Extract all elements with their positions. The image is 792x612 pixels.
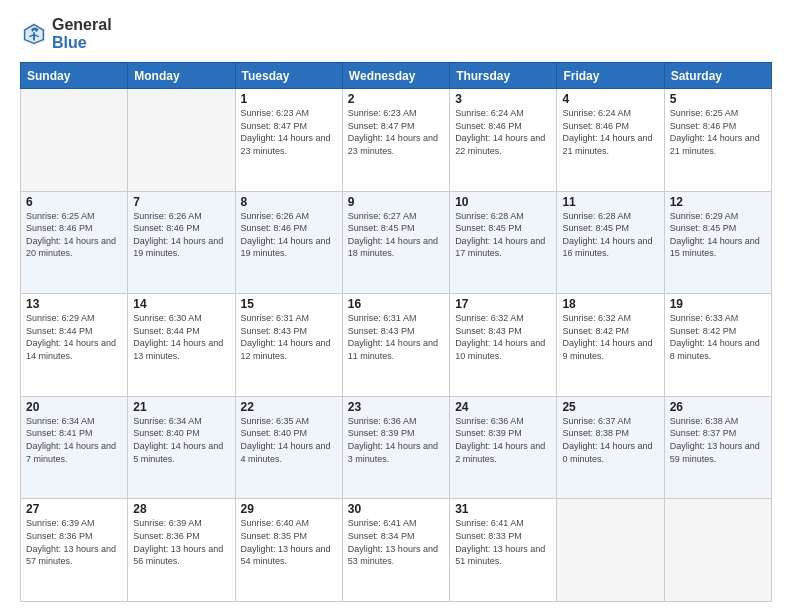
calendar-cell: 6Sunrise: 6:25 AM Sunset: 8:46 PM Daylig…: [21, 191, 128, 294]
calendar-day-header: Sunday: [21, 63, 128, 89]
day-number: 3: [455, 92, 551, 106]
day-number: 12: [670, 195, 766, 209]
calendar-cell: 14Sunrise: 6:30 AM Sunset: 8:44 PM Dayli…: [128, 294, 235, 397]
day-info: Sunrise: 6:25 AM Sunset: 8:46 PM Dayligh…: [670, 107, 766, 157]
day-number: 17: [455, 297, 551, 311]
calendar-cell: 13Sunrise: 6:29 AM Sunset: 8:44 PM Dayli…: [21, 294, 128, 397]
day-number: 20: [26, 400, 122, 414]
calendar-cell: 4Sunrise: 6:24 AM Sunset: 8:46 PM Daylig…: [557, 89, 664, 192]
calendar-cell: 21Sunrise: 6:34 AM Sunset: 8:40 PM Dayli…: [128, 396, 235, 499]
calendar-cell: 29Sunrise: 6:40 AM Sunset: 8:35 PM Dayli…: [235, 499, 342, 602]
day-number: 31: [455, 502, 551, 516]
day-info: Sunrise: 6:33 AM Sunset: 8:42 PM Dayligh…: [670, 312, 766, 362]
calendar-cell: 8Sunrise: 6:26 AM Sunset: 8:46 PM Daylig…: [235, 191, 342, 294]
day-info: Sunrise: 6:41 AM Sunset: 8:34 PM Dayligh…: [348, 517, 444, 567]
day-info: Sunrise: 6:27 AM Sunset: 8:45 PM Dayligh…: [348, 210, 444, 260]
day-info: Sunrise: 6:36 AM Sunset: 8:39 PM Dayligh…: [348, 415, 444, 465]
calendar-cell: [557, 499, 664, 602]
day-info: Sunrise: 6:39 AM Sunset: 8:36 PM Dayligh…: [26, 517, 122, 567]
day-number: 14: [133, 297, 229, 311]
calendar-cell: 10Sunrise: 6:28 AM Sunset: 8:45 PM Dayli…: [450, 191, 557, 294]
calendar-week-row: 6Sunrise: 6:25 AM Sunset: 8:46 PM Daylig…: [21, 191, 772, 294]
calendar-cell: 20Sunrise: 6:34 AM Sunset: 8:41 PM Dayli…: [21, 396, 128, 499]
calendar-cell: 19Sunrise: 6:33 AM Sunset: 8:42 PM Dayli…: [664, 294, 771, 397]
day-number: 13: [26, 297, 122, 311]
calendar-cell: 22Sunrise: 6:35 AM Sunset: 8:40 PM Dayli…: [235, 396, 342, 499]
calendar-cell: [21, 89, 128, 192]
day-number: 5: [670, 92, 766, 106]
calendar-day-header: Tuesday: [235, 63, 342, 89]
day-number: 29: [241, 502, 337, 516]
day-info: Sunrise: 6:26 AM Sunset: 8:46 PM Dayligh…: [241, 210, 337, 260]
day-info: Sunrise: 6:34 AM Sunset: 8:41 PM Dayligh…: [26, 415, 122, 465]
day-number: 24: [455, 400, 551, 414]
day-info: Sunrise: 6:39 AM Sunset: 8:36 PM Dayligh…: [133, 517, 229, 567]
calendar-cell: 7Sunrise: 6:26 AM Sunset: 8:46 PM Daylig…: [128, 191, 235, 294]
day-info: Sunrise: 6:29 AM Sunset: 8:45 PM Dayligh…: [670, 210, 766, 260]
day-number: 16: [348, 297, 444, 311]
day-info: Sunrise: 6:23 AM Sunset: 8:47 PM Dayligh…: [241, 107, 337, 157]
day-info: Sunrise: 6:31 AM Sunset: 8:43 PM Dayligh…: [241, 312, 337, 362]
day-number: 30: [348, 502, 444, 516]
day-info: Sunrise: 6:23 AM Sunset: 8:47 PM Dayligh…: [348, 107, 444, 157]
calendar-cell: 30Sunrise: 6:41 AM Sunset: 8:34 PM Dayli…: [342, 499, 449, 602]
day-number: 15: [241, 297, 337, 311]
day-number: 2: [348, 92, 444, 106]
calendar-cell: 25Sunrise: 6:37 AM Sunset: 8:38 PM Dayli…: [557, 396, 664, 499]
day-info: Sunrise: 6:29 AM Sunset: 8:44 PM Dayligh…: [26, 312, 122, 362]
calendar-day-header: Thursday: [450, 63, 557, 89]
day-info: Sunrise: 6:37 AM Sunset: 8:38 PM Dayligh…: [562, 415, 658, 465]
calendar-cell: 23Sunrise: 6:36 AM Sunset: 8:39 PM Dayli…: [342, 396, 449, 499]
calendar-cell: 15Sunrise: 6:31 AM Sunset: 8:43 PM Dayli…: [235, 294, 342, 397]
day-number: 26: [670, 400, 766, 414]
calendar-week-row: 1Sunrise: 6:23 AM Sunset: 8:47 PM Daylig…: [21, 89, 772, 192]
calendar-cell: 9Sunrise: 6:27 AM Sunset: 8:45 PM Daylig…: [342, 191, 449, 294]
day-info: Sunrise: 6:28 AM Sunset: 8:45 PM Dayligh…: [562, 210, 658, 260]
logo-text: General Blue: [52, 16, 112, 52]
day-number: 22: [241, 400, 337, 414]
day-number: 8: [241, 195, 337, 209]
day-info: Sunrise: 6:32 AM Sunset: 8:43 PM Dayligh…: [455, 312, 551, 362]
day-number: 9: [348, 195, 444, 209]
calendar-header-row: SundayMondayTuesdayWednesdayThursdayFrid…: [21, 63, 772, 89]
calendar-cell: 17Sunrise: 6:32 AM Sunset: 8:43 PM Dayli…: [450, 294, 557, 397]
calendar-table: SundayMondayTuesdayWednesdayThursdayFrid…: [20, 62, 772, 602]
calendar-cell: 26Sunrise: 6:38 AM Sunset: 8:37 PM Dayli…: [664, 396, 771, 499]
calendar-week-row: 13Sunrise: 6:29 AM Sunset: 8:44 PM Dayli…: [21, 294, 772, 397]
calendar-day-header: Monday: [128, 63, 235, 89]
day-info: Sunrise: 6:36 AM Sunset: 8:39 PM Dayligh…: [455, 415, 551, 465]
calendar-cell: 31Sunrise: 6:41 AM Sunset: 8:33 PM Dayli…: [450, 499, 557, 602]
day-number: 11: [562, 195, 658, 209]
day-info: Sunrise: 6:41 AM Sunset: 8:33 PM Dayligh…: [455, 517, 551, 567]
calendar-week-row: 27Sunrise: 6:39 AM Sunset: 8:36 PM Dayli…: [21, 499, 772, 602]
day-number: 21: [133, 400, 229, 414]
day-info: Sunrise: 6:24 AM Sunset: 8:46 PM Dayligh…: [562, 107, 658, 157]
calendar-cell: 2Sunrise: 6:23 AM Sunset: 8:47 PM Daylig…: [342, 89, 449, 192]
day-info: Sunrise: 6:31 AM Sunset: 8:43 PM Dayligh…: [348, 312, 444, 362]
day-number: 28: [133, 502, 229, 516]
day-number: 19: [670, 297, 766, 311]
calendar-day-header: Friday: [557, 63, 664, 89]
day-number: 1: [241, 92, 337, 106]
day-info: Sunrise: 6:38 AM Sunset: 8:37 PM Dayligh…: [670, 415, 766, 465]
calendar-cell: 28Sunrise: 6:39 AM Sunset: 8:36 PM Dayli…: [128, 499, 235, 602]
calendar-cell: 27Sunrise: 6:39 AM Sunset: 8:36 PM Dayli…: [21, 499, 128, 602]
header: General Blue: [20, 16, 772, 52]
calendar-cell: 18Sunrise: 6:32 AM Sunset: 8:42 PM Dayli…: [557, 294, 664, 397]
day-info: Sunrise: 6:34 AM Sunset: 8:40 PM Dayligh…: [133, 415, 229, 465]
day-info: Sunrise: 6:30 AM Sunset: 8:44 PM Dayligh…: [133, 312, 229, 362]
day-info: Sunrise: 6:25 AM Sunset: 8:46 PM Dayligh…: [26, 210, 122, 260]
calendar-cell: 5Sunrise: 6:25 AM Sunset: 8:46 PM Daylig…: [664, 89, 771, 192]
day-info: Sunrise: 6:28 AM Sunset: 8:45 PM Dayligh…: [455, 210, 551, 260]
day-number: 18: [562, 297, 658, 311]
calendar-week-row: 20Sunrise: 6:34 AM Sunset: 8:41 PM Dayli…: [21, 396, 772, 499]
calendar-cell: 3Sunrise: 6:24 AM Sunset: 8:46 PM Daylig…: [450, 89, 557, 192]
day-number: 7: [133, 195, 229, 209]
day-number: 4: [562, 92, 658, 106]
day-number: 23: [348, 400, 444, 414]
day-number: 6: [26, 195, 122, 209]
calendar-cell: 11Sunrise: 6:28 AM Sunset: 8:45 PM Dayli…: [557, 191, 664, 294]
day-number: 10: [455, 195, 551, 209]
calendar-day-header: Wednesday: [342, 63, 449, 89]
logo-icon: [20, 20, 48, 48]
